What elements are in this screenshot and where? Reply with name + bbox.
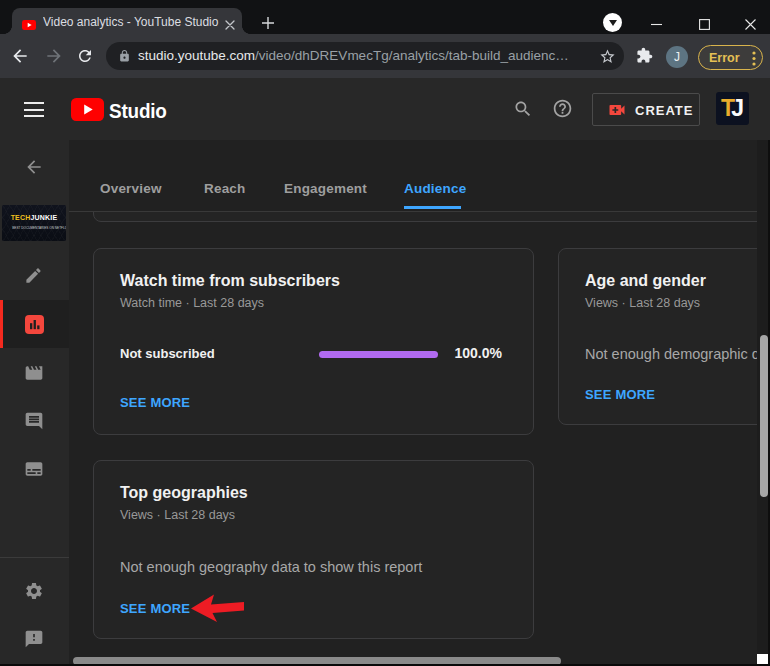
lock-icon[interactable] bbox=[118, 49, 131, 67]
top-geographies-card: Top geographies Views · Last 28 days Not… bbox=[93, 460, 534, 639]
tab-reach[interactable]: Reach bbox=[204, 181, 246, 196]
window-minimize-button[interactable] bbox=[651, 16, 662, 34]
browser-tab[interactable]: Video analytics - YouTube Studio bbox=[12, 8, 242, 34]
window-close-button[interactable] bbox=[745, 16, 756, 34]
forward-button[interactable] bbox=[44, 46, 64, 70]
sidebar-item-details[interactable] bbox=[0, 252, 69, 300]
address-bar[interactable]: studio.youtube.com/video/dhDREVmecTg/ana… bbox=[106, 42, 624, 70]
kebab-menu-icon bbox=[752, 51, 756, 66]
search-icon[interactable] bbox=[513, 99, 533, 123]
age-gender-card: Age and gender Views · Last 28 days Not … bbox=[558, 248, 757, 425]
analytics-content: Overview Reach Engagement Audience Watch… bbox=[69, 140, 770, 666]
row-value: 100.0% bbox=[424, 345, 502, 361]
studio-sidebar: TECHJUNKIE BEST DOCUMENTARIES ON NETFLIX bbox=[0, 140, 69, 666]
card-subtitle: Views · Last 28 days bbox=[120, 508, 235, 522]
see-more-link[interactable]: SEE MORE bbox=[120, 601, 190, 616]
back-arrow-icon bbox=[24, 157, 44, 177]
selected-indicator bbox=[0, 300, 3, 348]
back-button[interactable] bbox=[10, 46, 30, 70]
sidebar-divider bbox=[0, 557, 69, 558]
tab-engagement[interactable]: Engagement bbox=[284, 181, 367, 196]
vertical-scrollbar-thumb[interactable] bbox=[760, 335, 768, 497]
browser-menu-error-button[interactable]: Error bbox=[698, 45, 763, 70]
extensions-puzzle-icon[interactable] bbox=[636, 47, 653, 68]
studio-header: Studio CREATE TJ bbox=[0, 78, 770, 140]
error-label: Error bbox=[709, 51, 740, 65]
tab-overview[interactable]: Overview bbox=[100, 181, 162, 196]
channel-name-junkie: JUNKIE bbox=[30, 214, 57, 221]
channel-thumbnail[interactable]: TECHJUNKIE BEST DOCUMENTARIES ON NETFLIX bbox=[2, 205, 66, 241]
browser-profile-avatar[interactable]: J bbox=[666, 46, 688, 68]
sidebar-item-feedback[interactable] bbox=[0, 615, 69, 663]
pencil-icon bbox=[24, 266, 43, 285]
browser-titlebar: Video analytics - YouTube Studio bbox=[0, 0, 770, 34]
create-button[interactable]: CREATE bbox=[592, 93, 700, 126]
channel-tagline: BEST DOCUMENTARIES ON NETFLIX bbox=[12, 226, 56, 229]
url-host: studio.youtube.com bbox=[138, 48, 255, 63]
sidebar-back-button[interactable] bbox=[0, 143, 69, 191]
active-tab-underline bbox=[404, 206, 461, 209]
media-controls-button[interactable] bbox=[603, 13, 622, 32]
url-path: /video/dhDREVmecTg/analytics/tab-build_a… bbox=[255, 48, 569, 63]
studio-brand-text[interactable]: Studio bbox=[109, 99, 167, 123]
create-label: CREATE bbox=[635, 103, 693, 118]
row-label: Not subscribed bbox=[120, 346, 215, 361]
scroll-area: Watch time from subscribers Watch time ·… bbox=[69, 212, 757, 666]
window-maximize-button[interactable] bbox=[699, 16, 710, 34]
tab-close-icon[interactable] bbox=[225, 16, 235, 26]
sidebar-item-analytics-selected[interactable] bbox=[0, 300, 69, 348]
channel-avatar[interactable]: TJ bbox=[716, 92, 749, 125]
watch-time-card: Watch time from subscribers Watch time ·… bbox=[93, 248, 534, 435]
new-tab-button[interactable] bbox=[262, 15, 274, 33]
feedback-icon bbox=[24, 629, 44, 649]
url-text[interactable]: studio.youtube.com/video/dhDREVmecTg/ana… bbox=[138, 42, 569, 70]
browser-window: Video analytics - YouTube Studio bbox=[0, 0, 770, 666]
card-title: Top geographies bbox=[120, 484, 248, 502]
gear-icon bbox=[24, 581, 44, 601]
see-more-link[interactable]: SEE MORE bbox=[585, 387, 655, 402]
thumbnail-pattern bbox=[2, 205, 66, 241]
youtube-logo-icon[interactable] bbox=[71, 98, 104, 125]
channel-name-tech: TECH bbox=[11, 214, 31, 221]
help-icon[interactable] bbox=[552, 98, 573, 123]
sidebar-item-settings[interactable] bbox=[0, 567, 69, 615]
youtube-favicon-icon bbox=[22, 16, 36, 34]
reload-button[interactable] bbox=[76, 47, 94, 69]
scrolled-card-remnant bbox=[93, 212, 757, 222]
subtitles-icon bbox=[24, 459, 44, 479]
comments-icon bbox=[24, 411, 44, 431]
progress-bar-fill bbox=[319, 351, 438, 358]
create-videocam-icon bbox=[606, 100, 628, 120]
card-subtitle: Views · Last 28 days bbox=[585, 296, 700, 310]
browser-toolbar: studio.youtube.com/video/dhDREVmecTg/ana… bbox=[0, 34, 770, 78]
annotation-arrow-icon bbox=[191, 594, 244, 626]
sidebar-item-editor[interactable] bbox=[0, 349, 69, 397]
no-data-message: Not enough demographic data to show this… bbox=[585, 346, 757, 362]
see-more-link[interactable]: SEE MORE bbox=[120, 395, 190, 410]
card-subtitle: Watch time · Last 28 days bbox=[120, 296, 264, 310]
no-data-message: Not enough geography data to show this r… bbox=[120, 559, 422, 575]
progress-bar bbox=[319, 351, 438, 358]
analytics-icon bbox=[25, 315, 44, 338]
sidebar-item-comments[interactable] bbox=[0, 397, 69, 445]
tab-audience[interactable]: Audience bbox=[404, 181, 466, 196]
tab-title: Video analytics - YouTube Studio bbox=[43, 15, 219, 29]
clapperboard-icon bbox=[24, 363, 44, 383]
sidebar-item-subtitles[interactable] bbox=[0, 445, 69, 493]
card-title: Watch time from subscribers bbox=[120, 272, 340, 290]
bookmark-star-icon[interactable] bbox=[599, 48, 616, 69]
card-title: Age and gender bbox=[585, 272, 706, 290]
menu-hamburger-icon[interactable] bbox=[24, 102, 44, 117]
